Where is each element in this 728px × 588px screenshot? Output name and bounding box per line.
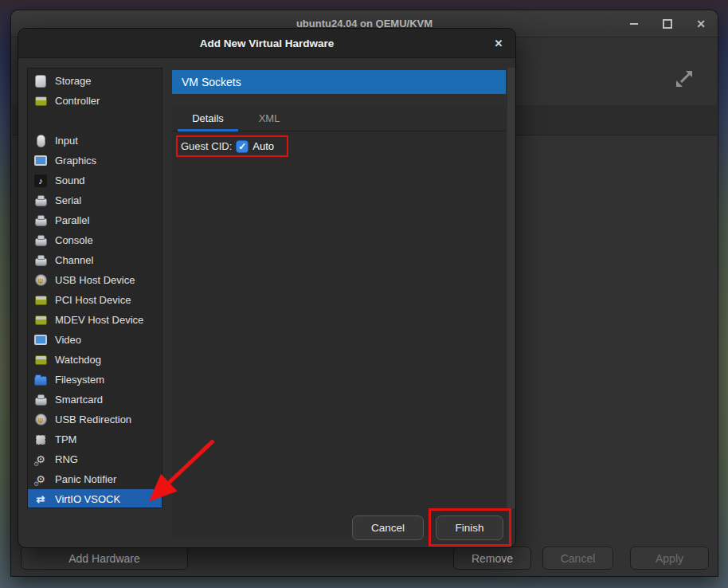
sidebar-spacer — [28, 111, 162, 131]
vsock-panel: VM Sockets Details XML Guest CID: ✓ Auto — [172, 70, 506, 536]
sidebar-item-parallel[interactable]: Parallel — [28, 210, 162, 230]
pci-card-icon — [34, 294, 47, 307]
add-hardware-dialog: Add New Virtual Hardware ✕ Storage Contr… — [18, 28, 516, 548]
port-icon — [34, 254, 47, 267]
sidebar-item-usb-redirection[interactable]: USB Redirection — [28, 410, 162, 429]
port-icon — [34, 214, 47, 227]
sidebar-item-tpm[interactable]: TPM — [28, 429, 162, 449]
vm-apply-button[interactable]: Apply — [630, 547, 709, 570]
minimize-icon[interactable] — [627, 17, 641, 31]
panel-body: Guest CID: ✓ Auto — [172, 131, 506, 536]
speaker-icon — [34, 174, 47, 187]
sidebar-item-graphics[interactable]: Graphics — [28, 151, 162, 171]
port-icon — [34, 394, 47, 406]
folder-icon — [34, 374, 47, 386]
sidebar-item-mdev-host-device[interactable]: MDEV Host Device — [28, 310, 162, 330]
remove-button[interactable]: Remove — [453, 547, 531, 570]
sidebar-item-usb-host-device[interactable]: USB Host Device — [28, 270, 162, 290]
vm-cancel-button[interactable]: Cancel — [542, 547, 613, 570]
sidebar-item-watchdog[interactable]: Watchdog — [28, 350, 162, 370]
usb-icon — [34, 414, 47, 426]
dialog-title: Add New Virtual Hardware — [200, 37, 335, 49]
sidebar-item-console[interactable]: Console — [28, 230, 162, 250]
guest-cid-label: Guest CID: — [181, 140, 232, 152]
add-hardware-button[interactable]: Add Hardware — [21, 547, 188, 570]
sidebar-item-virtio-vsock[interactable]: VirtIO VSOCK — [28, 489, 162, 508]
pci-card-icon — [34, 95, 47, 108]
maximize-icon[interactable] — [660, 17, 675, 31]
pci-card-icon — [34, 354, 47, 367]
monitor-icon — [34, 334, 47, 347]
pci-card-icon — [34, 314, 47, 327]
sidebar-item-rng[interactable]: RNG — [28, 449, 162, 469]
tab-xml[interactable]: XML — [249, 104, 290, 131]
dialog-close-icon[interactable]: ✕ — [490, 34, 507, 52]
sidebar-item-video[interactable]: Video — [28, 330, 162, 350]
gears-icon — [34, 473, 47, 486]
auto-label: Auto — [252, 140, 274, 152]
sidebar-item-serial[interactable]: Serial — [28, 190, 162, 210]
arrows-icon — [34, 493, 47, 506]
gears-icon — [34, 453, 47, 466]
disk-icon — [34, 75, 47, 88]
guest-cid-annotation: Guest CID: ✓ Auto — [176, 135, 288, 157]
scrollbar-track[interactable] — [507, 68, 515, 508]
fullscreen-expand-icon[interactable] — [671, 66, 697, 92]
sidebar-item-smartcard[interactable]: Smartcard — [28, 390, 162, 410]
sidebar-item-controller[interactable]: Controller — [28, 91, 162, 111]
close-icon[interactable]: ✕ — [694, 17, 708, 31]
sidebar-item-storage[interactable]: Storage — [28, 71, 162, 91]
sidebar-item-filesystem[interactable]: Filesystem — [28, 370, 162, 390]
sidebar-item-pci-host-device[interactable]: PCI Host Device — [28, 290, 162, 310]
auto-checkbox[interactable]: ✓ — [236, 140, 249, 153]
tab-details[interactable]: Details — [178, 104, 238, 131]
sidebar-item-input[interactable]: Input — [28, 131, 162, 151]
panel-header: VM Sockets — [172, 70, 506, 94]
window-controls: ✕ — [627, 10, 708, 37]
usb-icon — [34, 274, 47, 287]
sidebar-item-channel[interactable]: Channel — [28, 250, 162, 270]
port-icon — [34, 234, 47, 247]
dialog-titlebar[interactable]: Add New Virtual Hardware ✕ — [18, 29, 515, 58]
dialog-cancel-button[interactable]: Cancel — [352, 515, 424, 540]
tab-bar: Details XML — [172, 104, 506, 131]
chip-icon — [34, 433, 47, 446]
monitor-icon — [34, 155, 47, 167]
sidebar-item-panic-notifier[interactable]: Panic Notifier — [28, 469, 162, 489]
hardware-type-list: Storage Controller Input Graphics Sound … — [27, 68, 162, 508]
port-icon — [34, 194, 47, 207]
finish-annotation-rectangle — [429, 508, 511, 547]
sidebar-item-sound[interactable]: Sound — [28, 171, 162, 190]
mouse-icon — [34, 135, 47, 147]
